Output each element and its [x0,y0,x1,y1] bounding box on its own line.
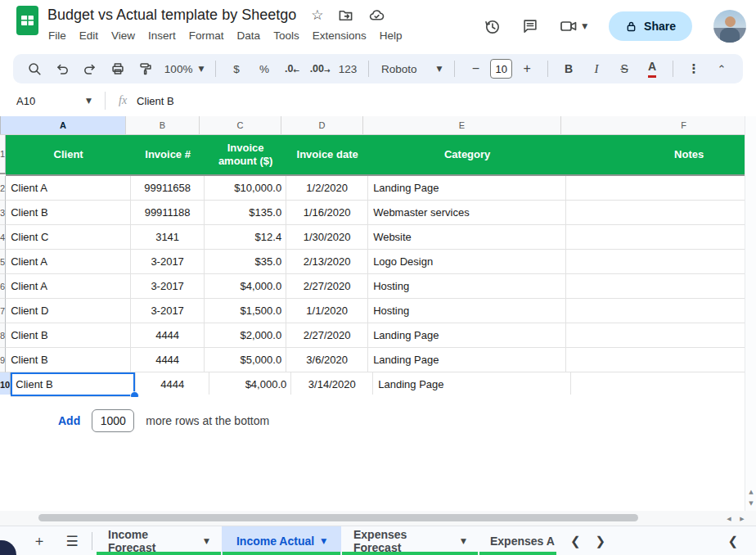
column-header-e[interactable]: E [363,116,561,134]
move-folder-icon[interactable] [338,7,353,23]
cell-B8[interactable]: 4444 [131,323,205,348]
hide-menus-icon[interactable]: ⌃ [709,58,735,79]
scroll-up-icon[interactable]: ▲ [745,486,756,498]
cell-F2[interactable] [566,176,745,201]
column-header-a[interactable]: A [1,116,126,134]
header-cell-6[interactable]: Notes [566,135,745,174]
cell-C10[interactable]: $4,000.0 [209,372,291,397]
cell-E8[interactable]: Landing Page [368,323,566,348]
row-header-5[interactable]: 5 [0,250,6,274]
cell-A2[interactable]: Client A [6,176,131,201]
font-select[interactable]: Roboto ▼ [376,58,447,79]
row-header-8[interactable]: 8 [0,323,6,348]
menu-format[interactable]: Format [182,27,231,44]
row-header-4[interactable]: 4 [0,225,6,250]
cell-B4[interactable]: 3141 [131,225,205,250]
scroll-right-icon[interactable]: ▶ [736,514,748,523]
cell-B7[interactable]: 3-2017 [131,299,205,323]
cell-B10[interactable]: 4444 [136,372,209,397]
sheet-tab-dropdown-arrow[interactable]: ▼ [204,537,209,545]
version-history-icon[interactable] [483,17,502,36]
cell-A4[interactable]: Client C [6,225,131,250]
cell-A8[interactable]: Client B [6,323,131,348]
cell-D7[interactable]: 1/1/2020 [286,299,368,323]
menu-edit[interactable]: Edit [73,27,105,44]
row-header-2[interactable]: 2 [0,176,6,201]
cell-B5[interactable]: 3-2017 [131,250,205,274]
side-panel-collapse-icon[interactable]: ❮ [727,534,738,548]
bold-button[interactable]: B [556,58,582,79]
cell-D3[interactable]: 1/16/2020 [286,201,368,225]
zoom-select[interactable]: 100% ▼ [160,58,208,79]
cell-E7[interactable]: Hosting [368,299,566,323]
cell-D6[interactable]: 2/27/2020 [286,274,368,299]
menu-data[interactable]: Data [231,27,268,44]
cell-A9[interactable]: Client B [6,348,131,372]
tabs-scroll-right-icon[interactable]: ❯ [596,534,606,548]
sheet-tab-dropdown-arrow[interactable]: ▼ [321,537,326,545]
row-header-1[interactable]: 1 [0,135,6,174]
cell-E5[interactable]: Logo Design [368,250,566,274]
cell-F4[interactable] [566,225,745,250]
user-avatar[interactable] [713,10,746,43]
cell-D5[interactable]: 2/13/2020 [286,250,368,274]
add-sheet-icon[interactable]: ＋ [23,526,56,555]
row-header-6[interactable]: 6 [0,274,6,299]
print-icon[interactable] [105,58,131,79]
cell-B2[interactable]: 99911658 [131,176,205,201]
cell-F9[interactable] [566,348,745,372]
cell-F3[interactable] [566,201,745,225]
menu-insert[interactable]: Insert [142,27,182,44]
sheet-tab-income-forecast[interactable]: Income Forecast▼ [96,526,222,555]
video-call-control[interactable]: ▼ [559,17,587,35]
menu-tools[interactable]: Tools [267,27,306,44]
cell-B3[interactable]: 99911188 [131,201,205,225]
search-icon[interactable] [21,58,47,79]
cell-A6[interactable]: Client A [6,274,131,299]
horizontal-scrollbar[interactable]: ◀ ▶ [0,511,756,526]
add-rows-count-input[interactable] [92,409,134,432]
cell-C3[interactable]: $135.0 [205,201,286,225]
cell-E9[interactable]: Landing Page [368,348,566,372]
scroll-left-icon[interactable]: ◀ [723,514,735,523]
cell-F7[interactable] [566,299,745,323]
name-box[interactable]: A10 ▼ [11,95,97,107]
row-header-3[interactable]: 3 [0,201,6,225]
comments-icon[interactable] [521,17,539,35]
column-header-d[interactable]: D [281,116,363,134]
add-rows-button[interactable]: Add [58,414,80,427]
cell-A3[interactable]: Client B [6,201,131,225]
horizontal-scrollbar-thumb[interactable] [38,514,638,521]
column-header-c[interactable]: C [200,116,281,134]
cell-D2[interactable]: 1/2/2020 [286,176,368,201]
italic-button[interactable]: I [583,58,610,79]
sheet-tab-expenses-forecast[interactable]: Expenses Forecast▼ [341,526,479,555]
column-header-f[interactable]: F [561,116,745,134]
sheet-tab-expenses-a[interactable]: Expenses A [479,526,557,555]
cell-B9[interactable]: 4444 [131,348,205,372]
row-header-10[interactable]: 10 [0,372,11,397]
cell-A5[interactable]: Client A [6,250,131,274]
header-cell-3[interactable]: Invoice amount ($) [205,135,286,174]
cell-C2[interactable]: $10,000.0 [205,176,286,201]
cell-E6[interactable]: Hosting [368,274,566,299]
all-sheets-icon[interactable]: ☰ [56,526,88,555]
header-cell-2[interactable]: Invoice # [131,135,205,174]
sheet-tab-dropdown-arrow[interactable]: ▼ [461,537,466,545]
paint-format-icon[interactable] [133,58,159,79]
scroll-down-icon[interactable]: ▼ [745,498,756,509]
sheet-tab-income-actual[interactable]: Income Actual▼ [222,526,341,555]
header-cell-5[interactable]: Category [368,135,566,174]
star-icon[interactable]: ☆ [311,8,323,22]
fill-handle[interactable] [130,391,139,397]
increase-font-size-button[interactable]: + [514,58,540,79]
format-currency-button[interactable]: $ [223,58,250,79]
cell-E10[interactable]: Landing Page [373,372,571,397]
cell-A10[interactable]: Client B [11,372,136,397]
menu-file[interactable]: File [42,27,73,44]
cell-D9[interactable]: 3/6/2020 [286,348,368,372]
cell-F6[interactable] [566,274,745,299]
cell-F10[interactable] [571,372,745,397]
header-cell-1[interactable]: Client [6,135,131,174]
strikethrough-button[interactable]: S [611,58,637,79]
